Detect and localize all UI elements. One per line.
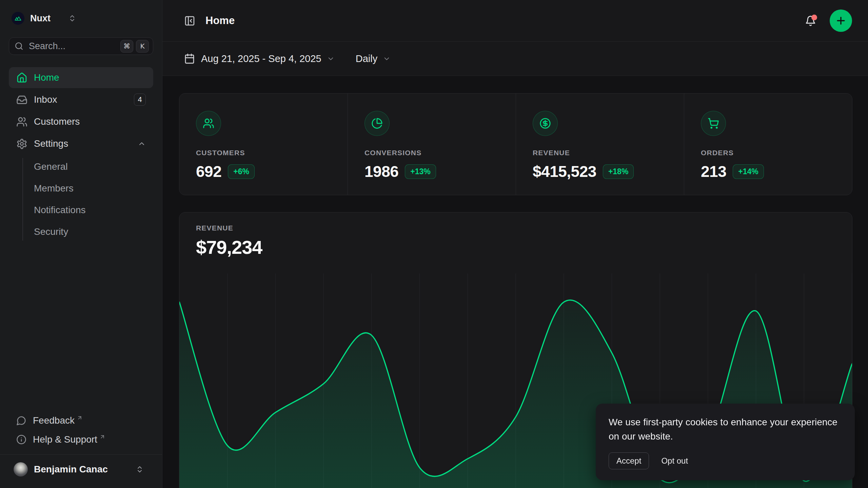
- page-title: Home: [205, 15, 235, 27]
- info-icon: [16, 434, 26, 445]
- sidebar-item-label: Security: [34, 226, 68, 237]
- workspace-switcher[interactable]: Nuxt: [9, 8, 153, 28]
- collapse-sidebar-button[interactable]: [184, 15, 195, 26]
- sidebar-item-home[interactable]: Home: [9, 67, 153, 88]
- sidebar-item-general[interactable]: General: [9, 156, 153, 178]
- stat-delta-badge: +6%: [228, 164, 255, 179]
- add-button[interactable]: [830, 9, 852, 32]
- stat-label: REVENUE: [533, 149, 684, 157]
- sidebar: Nuxt Search... ⌘ K Home Inbox 4: [0, 0, 162, 488]
- sidebar-item-label: Inbox: [34, 94, 57, 105]
- message-circle-icon: [16, 415, 26, 426]
- settings-sub-list: General Members Notifications Security: [9, 156, 153, 243]
- chevron-up-icon: [138, 140, 146, 148]
- toolbar: Aug 21, 2025 - Sep 4, 2025 Daily: [162, 42, 868, 76]
- users-icon: [16, 116, 27, 127]
- sidebar-nav: Home Inbox 4 Customers Settings: [9, 67, 153, 243]
- stat-value: $415,523: [533, 162, 596, 181]
- sidebar-item-label: Help & Support: [33, 434, 97, 445]
- cookie-banner: We use first-party cookies to enhance yo…: [596, 404, 855, 480]
- stat-value: 692: [196, 162, 221, 181]
- stat-delta-badge: +14%: [733, 164, 764, 179]
- sidebar-item-label: Notifications: [34, 205, 86, 216]
- sidebar-item-label: Members: [34, 183, 74, 194]
- stat-value: 1986: [364, 162, 398, 181]
- stat-conversions[interactable]: CONVERSIONS 1986 +13%: [348, 94, 516, 195]
- search-icon: [15, 42, 23, 50]
- sidebar-item-members[interactable]: Members: [9, 178, 153, 199]
- stat-customers[interactable]: CUSTOMERS 692 +6%: [179, 94, 348, 195]
- sidebar-item-inbox[interactable]: Inbox 4: [9, 89, 153, 110]
- chevrons-up-down-icon: [136, 465, 144, 473]
- external-link-icon: [99, 434, 105, 440]
- stats-card: CUSTOMERS 692 +6% CONVERSIONS 1986 +13%: [179, 93, 852, 195]
- circle-dollar-icon: [533, 111, 558, 136]
- sidebar-item-feedback[interactable]: Feedback: [9, 411, 153, 430]
- date-range-value: Aug 21, 2025 - Sep 4, 2025: [201, 53, 321, 64]
- sidebar-item-label: General: [34, 161, 68, 172]
- notifications-button[interactable]: [805, 15, 816, 26]
- stat-value: 213: [701, 162, 726, 181]
- search-shortcut: ⌘ K: [120, 40, 149, 53]
- page-header: Home: [162, 0, 868, 42]
- stat-delta-badge: +18%: [603, 164, 634, 179]
- home-icon: [16, 72, 27, 83]
- stat-revenue[interactable]: REVENUE $415,523 +18%: [516, 94, 684, 195]
- pie-chart-icon: [364, 111, 390, 136]
- sidebar-item-settings[interactable]: Settings: [9, 133, 153, 154]
- gear-icon: [16, 138, 27, 149]
- stat-label: CONVERSIONS: [364, 149, 516, 157]
- sidebar-item-security[interactable]: Security: [9, 221, 153, 243]
- workspace-name: Nuxt: [30, 13, 51, 24]
- search-input[interactable]: Search... ⌘ K: [9, 37, 153, 55]
- notification-dot: [811, 15, 817, 20]
- inbox-icon: [16, 94, 27, 105]
- accept-button[interactable]: Accept: [609, 452, 649, 469]
- revenue-value: $79,234: [196, 236, 852, 258]
- chevron-down-icon: [383, 55, 391, 63]
- sidebar-item-customers[interactable]: Customers: [9, 111, 153, 132]
- revenue-label: REVENUE: [196, 224, 852, 232]
- date-range-picker[interactable]: Aug 21, 2025 - Sep 4, 2025: [184, 53, 335, 64]
- stat-label: ORDERS: [701, 149, 852, 157]
- sidebar-item-label: Settings: [34, 138, 68, 149]
- user-menu[interactable]: Benjamin Canac: [9, 459, 153, 480]
- stat-delta-badge: +13%: [405, 164, 436, 179]
- sidebar-item-notifications[interactable]: Notifications: [9, 199, 153, 221]
- calendar-icon: [184, 53, 195, 64]
- sidebar-divider: [0, 454, 162, 455]
- cookie-actions: Accept Opt out: [609, 452, 842, 469]
- cookie-message: We use first-party cookies to enhance yo…: [609, 415, 842, 444]
- sidebar-spacer: [9, 243, 153, 411]
- users-icon: [196, 111, 221, 136]
- search-placeholder: Search...: [29, 41, 65, 52]
- user-name: Benjamin Canac: [34, 464, 108, 475]
- revenue-header: REVENUE $79,234: [179, 212, 852, 258]
- sidebar-item-label: Home: [34, 72, 59, 83]
- kbd-k: K: [136, 40, 149, 53]
- external-link-icon: [77, 415, 83, 421]
- chevrons-up-down-icon: [68, 14, 76, 22]
- sidebar-item-label: Feedback: [33, 415, 75, 426]
- granularity-select[interactable]: Daily: [356, 53, 391, 64]
- shopping-cart-icon: [701, 111, 726, 136]
- sidebar-item-help-support[interactable]: Help & Support: [9, 430, 153, 449]
- nuxt-logo-icon: [12, 12, 24, 25]
- header-actions: [805, 9, 852, 32]
- granularity-value: Daily: [356, 53, 377, 64]
- kbd-cmd: ⌘: [120, 40, 133, 53]
- sidebar-item-label: Customers: [34, 116, 80, 127]
- opt-out-button[interactable]: Opt out: [660, 453, 689, 469]
- stat-orders[interactable]: ORDERS 213 +14%: [684, 94, 852, 195]
- stat-label: CUSTOMERS: [196, 149, 348, 157]
- chevron-down-icon: [327, 55, 335, 63]
- avatar: [14, 462, 28, 476]
- inbox-count-badge: 4: [134, 94, 146, 106]
